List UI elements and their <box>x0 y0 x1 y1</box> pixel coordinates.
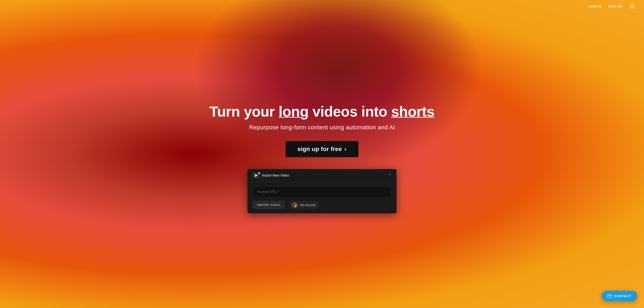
title-long: long <box>278 103 308 120</box>
sign-in-link[interactable]: SIGN IN <box>589 5 602 8</box>
mail-icon <box>608 295 612 298</box>
hamburger-line-1 <box>630 5 635 5</box>
cta-label: sign up for free <box>298 146 342 153</box>
sign-up-link[interactable]: SIGN UP <box>608 5 622 8</box>
import-widget: + Import New Video ⌃ IMPORT VIDEO ~90 se… <box>248 169 396 213</box>
cta-button[interactable]: sign up for free › <box>286 141 358 157</box>
contact-button[interactable]: CONTACT <box>602 291 637 301</box>
hamburger-menu[interactable] <box>629 4 636 9</box>
import-header-left: + Import New Video <box>252 173 289 178</box>
hamburger-line-3 <box>630 8 635 8</box>
collapse-button[interactable]: ⌃ <box>388 173 392 178</box>
video-icon: + <box>252 173 260 178</box>
clock-icon <box>292 203 297 207</box>
contact-label: CONTACT <box>614 294 631 298</box>
clock-checkmark <box>294 205 296 207</box>
hero-subtitle: Repurpose long-form content using automa… <box>249 124 395 131</box>
time-label: ~90 seconds <box>299 203 316 207</box>
time-badge: ~90 seconds <box>289 201 319 209</box>
import-video-button[interactable]: IMPORT VIDEO <box>252 201 285 209</box>
import-widget-title: Import New Video <box>262 174 289 177</box>
import-widget-body: IMPORT VIDEO ~90 seconds <box>248 182 396 213</box>
hero-section: Turn your long videos into shorts Repurp… <box>0 0 644 308</box>
hamburger-line-2 <box>630 6 635 6</box>
navbar: SIGN IN SIGN UP <box>0 0 644 13</box>
import-widget-header: + Import New Video ⌃ <box>248 169 396 182</box>
title-shorts: shorts <box>391 103 435 120</box>
youtube-url-input[interactable] <box>252 186 392 197</box>
hero-title: Turn your long videos into shorts <box>210 103 435 120</box>
title-middle: videos into <box>308 103 391 120</box>
plus-badge: + <box>258 172 260 175</box>
import-actions: IMPORT VIDEO ~90 seconds <box>252 201 392 209</box>
cta-arrow: › <box>344 146 346 153</box>
title-prefix: Turn your <box>210 103 278 120</box>
